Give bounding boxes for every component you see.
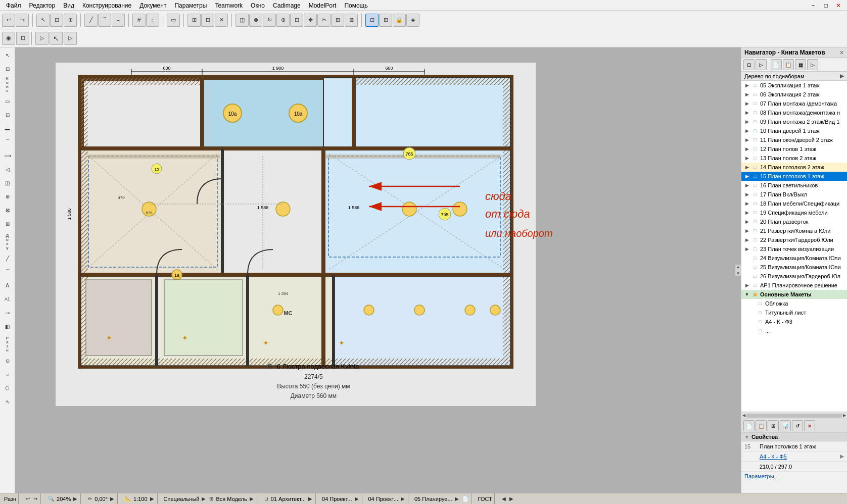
visibility-btn[interactable]: ◈: [406, 14, 419, 27]
menu-cadimage[interactable]: Cadimage: [269, 1, 305, 10]
win-maximize[interactable]: □: [820, 1, 832, 10]
label-tool[interactable]: A1: [1, 292, 14, 306]
tree-item-15[interactable]: ▶ □ 15 План потолков 1 этаж: [741, 172, 847, 181]
nav-bottom-btn3[interactable]: ⊞: [768, 420, 779, 431]
find-select[interactable]: ⊗: [249, 14, 262, 27]
status-page-prev[interactable]: ◀: [501, 496, 507, 501]
slab-tool[interactable]: ▬: [1, 122, 14, 135]
tree-item-main-folder[interactable]: ▼ ▣ Основные Макеты: [741, 290, 847, 299]
eyedrop-tool[interactable]: ⊕: [64, 14, 77, 27]
expand-17[interactable]: ▶: [743, 191, 750, 198]
navigator-close-button[interactable]: ✕: [839, 49, 844, 56]
nav-btn-6[interactable]: ▷: [807, 59, 818, 70]
spline-tool[interactable]: ∿: [1, 395, 14, 408]
tree-item-14[interactable]: ▶ □ 14 План потолков 2 этаж: [741, 163, 847, 172]
tree-item-18[interactable]: ▶ □ 18 План мебели/Спецификаци: [741, 199, 847, 208]
stair-tool[interactable]: ⟿: [1, 149, 14, 162]
expand-23[interactable]: ▶: [743, 245, 750, 253]
expand-08[interactable]: ▶: [743, 109, 750, 116]
tree-item-a4k[interactable]: ▶ □ А4 - К - Ф3: [741, 317, 847, 326]
navigator-tree[interactable]: ▶ □ 05 Экспликация 1 этаж ▶ □ 06 Эксплик…: [741, 81, 847, 412]
circle-tool[interactable]: ○: [1, 368, 14, 381]
tree-item-22[interactable]: ▶ □ 22 Развертки/Гардероб Юли: [741, 235, 847, 244]
expand-18[interactable]: ▶: [743, 200, 750, 207]
menu-window[interactable]: Окно: [247, 1, 269, 10]
mesh-tool[interactable]: ⊞: [1, 217, 14, 230]
prop-format-arrow[interactable]: ▶: [840, 453, 844, 460]
menu-editor[interactable]: Редактор: [25, 1, 60, 10]
marquee-tool-left[interactable]: ⊡: [1, 62, 14, 75]
arc-tool-tb[interactable]: ⌒: [98, 14, 111, 27]
status-scale-arrow[interactable]: ▶: [149, 496, 155, 501]
nav-btn-2[interactable]: ▷: [756, 59, 767, 70]
status-view-icon[interactable]: ⊞: [208, 496, 214, 501]
nav-bottom-btn6[interactable]: ✕: [804, 420, 815, 431]
tree-item-19[interactable]: ▶ □ 19 Спецификация мебели: [741, 208, 847, 217]
column-tool[interactable]: ⊡: [1, 108, 14, 121]
expand-06[interactable]: ▶: [743, 91, 750, 98]
text-tool[interactable]: A: [1, 279, 14, 292]
copy-tool[interactable]: ⊡: [290, 14, 303, 27]
nav-btn-3[interactable]: 📄: [771, 59, 782, 70]
expand-12[interactable]: ▶: [743, 145, 750, 153]
zone-tool[interactable]: ⊠: [1, 204, 14, 217]
tree-item-23[interactable]: ▶ □ 23 План точек визуализации: [741, 244, 847, 254]
status-zoom-icon[interactable]: 🔍: [47, 496, 55, 501]
status-zoom-arrow[interactable]: ▶: [72, 496, 78, 501]
tree-filter-arrow[interactable]: ▶: [840, 73, 844, 79]
status-fwd-btn[interactable]: ↪: [32, 496, 38, 501]
status-back-btn[interactable]: ↩: [25, 496, 31, 501]
grid-btn[interactable]: #: [132, 14, 146, 27]
menu-file[interactable]: Файл: [2, 1, 25, 10]
tree-item-10[interactable]: ▶ □ 10 План дверей 1 этаж: [741, 126, 847, 135]
nav-bottom-btn5[interactable]: ↺: [792, 420, 803, 431]
prev-view-btn[interactable]: ◉: [2, 32, 15, 45]
expand-20[interactable]: ▶: [743, 218, 750, 225]
expand-11[interactable]: ▶: [743, 136, 750, 143]
group-btn[interactable]: ⊞: [379, 14, 392, 27]
canvas-vscrollbar[interactable]: ▲ ▼: [735, 265, 741, 276]
expand-10[interactable]: ▶: [743, 127, 750, 134]
expand-05[interactable]: ▶: [743, 82, 750, 89]
select-all-btn[interactable]: ⊡: [365, 14, 379, 27]
prop-val-format[interactable]: А4 - К - Ф5: [760, 453, 839, 460]
undo-button[interactable]: ↩: [2, 14, 15, 27]
status-plan-icon[interactable]: 📄: [461, 496, 469, 501]
tree-item-title[interactable]: ▶ □ Титульный лист: [741, 308, 847, 317]
zoom-all[interactable]: ✕: [215, 14, 228, 27]
status-page-next[interactable]: ▶: [508, 496, 514, 501]
nav-btn-5[interactable]: ▦: [795, 59, 806, 70]
menu-modelport[interactable]: ModelPort: [305, 1, 341, 10]
mirror-tool[interactable]: ⊕: [276, 14, 290, 27]
marquee-tool[interactable]: ⊡: [50, 14, 63, 27]
object-tool[interactable]: ⊕: [1, 190, 14, 203]
split-tool[interactable]: ⊞: [331, 14, 344, 27]
nav-bottom-btn4[interactable]: 📊: [780, 420, 791, 431]
zoom-fit[interactable]: ⊞: [187, 14, 201, 27]
hscroll-left[interactable]: ◀: [742, 413, 745, 418]
expand-main[interactable]: ▼: [743, 291, 750, 298]
menu-view[interactable]: Вид: [59, 1, 78, 10]
line-tool[interactable]: ╱: [1, 251, 14, 265]
tree-item-more[interactable]: ▶ □ ...: [741, 326, 847, 335]
expand-16[interactable]: ▶: [743, 182, 750, 189]
menu-construct[interactable]: Конструирование: [78, 1, 135, 10]
nav-bottom-btn2[interactable]: 📋: [756, 420, 767, 431]
roof-tool[interactable]: ⌒: [1, 135, 14, 148]
window-tool[interactable]: ◫: [1, 176, 14, 189]
wall-tool[interactable]: ▭: [1, 94, 14, 108]
tree-item-24[interactable]: ▶ □ 24 Визуализация/Комната Юли: [741, 254, 847, 263]
arc-tool[interactable]: ⌒: [1, 265, 14, 278]
move-tool[interactable]: ✥: [304, 14, 317, 27]
status-model-arrow[interactable]: ▶: [249, 496, 255, 501]
tree-item-11[interactable]: ▶ □ 11 План окон/дверей 2 этаж: [741, 135, 847, 144]
tree-item-cover[interactable]: ▶ □ Обложка: [741, 299, 847, 308]
tree-item-17[interactable]: ▶ □ 17 План Вкл/Выкл: [741, 190, 847, 199]
forward-btn[interactable]: ▷: [64, 32, 77, 45]
zoom-selection[interactable]: ⊟: [201, 14, 214, 27]
expand-19[interactable]: ▶: [743, 209, 750, 216]
properties-expand-icon[interactable]: ▼: [744, 434, 749, 440]
nav-bottom-btn1[interactable]: 📄: [743, 420, 755, 431]
hscroll-right[interactable]: ▶: [843, 413, 846, 418]
win-close[interactable]: ✕: [832, 1, 845, 10]
